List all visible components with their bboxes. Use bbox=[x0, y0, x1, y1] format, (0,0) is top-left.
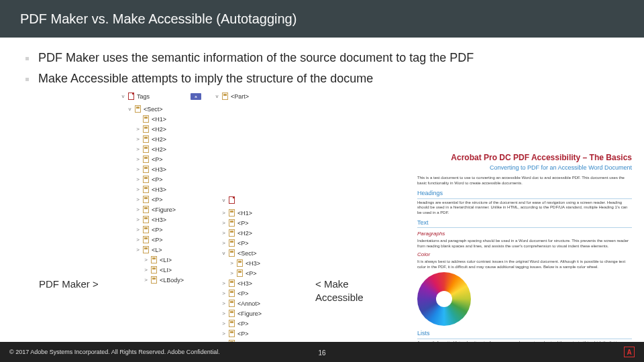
chevron-right-icon: > bbox=[136, 217, 140, 223]
tree-item-label: <Annot> bbox=[237, 300, 260, 307]
tree-item-label: <H3> bbox=[237, 280, 252, 287]
tag-icon bbox=[143, 145, 149, 153]
tag-icon bbox=[229, 229, 235, 237]
tag-icon bbox=[143, 196, 149, 203]
chevron-right-icon: > bbox=[136, 136, 140, 142]
bullet-list: PDF Maker uses the semantic information … bbox=[0, 38, 644, 99]
tag-icon bbox=[229, 280, 235, 287]
tree-item-label: <P> bbox=[237, 330, 249, 337]
tree-item-label: <H3> bbox=[246, 260, 260, 267]
tag-icon bbox=[143, 216, 149, 223]
tags-root-icon bbox=[128, 93, 134, 100]
tree-item-label: <Sect> bbox=[237, 250, 257, 257]
tree-item[interactable]: ><P> bbox=[215, 218, 295, 228]
tree-item[interactable]: v<Sect> bbox=[121, 104, 201, 114]
footer-copyright: © 2017 Adobe Systems Incorporated. All R… bbox=[9, 349, 220, 355]
tree-item-label: <P> bbox=[237, 290, 249, 297]
tree-item[interactable]: ><H3> bbox=[121, 215, 201, 225]
tree-item[interactable]: ><P> bbox=[215, 328, 295, 339]
tree-item[interactable]: ><Figure> bbox=[121, 204, 201, 215]
tree-item[interactable]: ><P> bbox=[121, 194, 201, 204]
tree-item[interactable]: ><L> bbox=[121, 245, 201, 255]
tree-item-label: <H3> bbox=[152, 217, 166, 223]
chevron-down-icon: v bbox=[127, 106, 132, 112]
tag-icon bbox=[229, 209, 235, 217]
tree-item[interactable]: ><P> bbox=[215, 318, 295, 328]
tree-item[interactable]: ><LI> bbox=[121, 255, 201, 265]
tree-item-label: <P> bbox=[152, 227, 163, 233]
tree-item-label: <H2> bbox=[152, 126, 166, 133]
chevron-right-icon: > bbox=[221, 220, 226, 226]
tag-icon bbox=[143, 206, 149, 213]
tree-item-label: <P> bbox=[152, 237, 163, 243]
tree-root[interactable]: v Tags a bbox=[121, 91, 201, 101]
tree-item-label: <H1> bbox=[237, 210, 252, 217]
tree-item[interactable]: ><Figure> bbox=[215, 308, 295, 318]
tree-item[interactable]: ><H2> bbox=[121, 144, 201, 154]
tree-item[interactable]: ><P> bbox=[121, 225, 201, 235]
chevron-right-icon: > bbox=[136, 237, 140, 243]
bullet-text: PDF Maker uses the semantic information … bbox=[38, 51, 474, 65]
tag-icon bbox=[229, 249, 235, 257]
bullet-item: PDF Maker uses the semantic information … bbox=[25, 51, 621, 65]
tree-item[interactable]: ><H3> bbox=[121, 184, 201, 194]
tree-item[interactable]: ><LI> bbox=[121, 265, 201, 275]
tree-item-label: <Sect> bbox=[144, 106, 163, 113]
tree-item-label: <H2> bbox=[152, 146, 166, 153]
tree-item[interactable]: ><P> bbox=[121, 174, 201, 184]
tag-icon bbox=[143, 176, 149, 183]
chevron-right-icon: > bbox=[229, 270, 234, 276]
tree-item[interactable]: ><LBody> bbox=[121, 275, 201, 285]
tree-root[interactable]: v <Part> bbox=[215, 91, 295, 101]
tags-panel-pdfmaker: v Tags a v<Sect><H1>><H2>><H2>><H2>><P>>… bbox=[121, 91, 201, 285]
tree-item[interactable]: ><H2> bbox=[121, 134, 201, 144]
tree-item[interactable]: ><H3> bbox=[121, 164, 201, 174]
chevron-right-icon: > bbox=[136, 186, 140, 192]
tag-icon bbox=[135, 105, 141, 113]
chevron-down-icon: v bbox=[221, 197, 226, 203]
tree-item[interactable]: v<Sect> bbox=[215, 248, 295, 258]
tree-root-secondary[interactable]: v bbox=[215, 195, 295, 205]
tree-item[interactable]: ><P> bbox=[215, 238, 295, 248]
tree-item[interactable]: ><P> bbox=[215, 268, 295, 278]
adobe-logo-icon: A bbox=[624, 347, 635, 357]
chevron-right-icon: > bbox=[136, 227, 140, 233]
chevron-right-icon: > bbox=[136, 166, 140, 172]
tag-icon bbox=[143, 166, 149, 173]
tag-icon bbox=[229, 290, 235, 297]
tag-icon bbox=[229, 320, 235, 327]
tag-icon bbox=[151, 266, 157, 274]
tree-item[interactable]: ><P> bbox=[215, 288, 295, 298]
tree-item[interactable]: <H1> bbox=[121, 114, 201, 124]
chevron-right-icon: > bbox=[136, 176, 140, 182]
tree-item[interactable]: ><P> bbox=[121, 154, 201, 164]
chevron-right-icon: > bbox=[221, 280, 226, 286]
tag-icon bbox=[229, 310, 235, 317]
tag-icon bbox=[143, 115, 149, 123]
tree-root-label: <Part> bbox=[231, 93, 249, 100]
doc-intro: This is a test document to use to conver… bbox=[417, 176, 632, 186]
tag-icon bbox=[143, 186, 149, 193]
tree-item[interactable]: ><H2> bbox=[121, 124, 201, 134]
doc-subheading-paragraphs: Paragraphs bbox=[417, 231, 632, 237]
tag-icon bbox=[151, 276, 157, 284]
tree-item[interactable]: ><H2> bbox=[215, 228, 295, 238]
tag-icon bbox=[237, 259, 243, 267]
tree-item[interactable]: ><P> bbox=[121, 235, 201, 245]
tree-item-label: <P> bbox=[246, 270, 257, 277]
chevron-down-icon: v bbox=[121, 93, 125, 99]
tree-item[interactable]: ><H3> bbox=[215, 278, 295, 288]
label-pdfmaker: PDF Maker > bbox=[39, 278, 106, 291]
tree-item-label: <P> bbox=[152, 196, 163, 203]
tree-item[interactable]: ><H1> bbox=[215, 208, 295, 218]
tree-item[interactable]: ><H3> bbox=[215, 258, 295, 268]
tree-item-label: <H2> bbox=[152, 136, 166, 143]
tree-item-label: <P> bbox=[152, 176, 163, 183]
tree-item-label: <H2> bbox=[237, 230, 252, 237]
doc-paragraph: Headings are essential for the structure… bbox=[417, 200, 632, 216]
tree-item-label: <LI> bbox=[160, 257, 172, 263]
tree-item[interactable]: ><Annot> bbox=[215, 298, 295, 308]
tag-icon bbox=[229, 219, 235, 227]
bullet-text: Make Accessible attempts to imply the st… bbox=[38, 72, 373, 86]
page-number: 16 bbox=[318, 349, 325, 357]
